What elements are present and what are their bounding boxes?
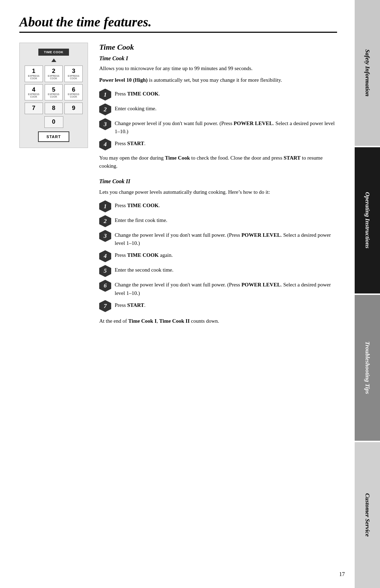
- tab-troubleshooting-label: Troubleshooting Tips: [364, 341, 371, 394]
- key-2-label: EXPRESS COOK: [46, 75, 62, 80]
- step-1-1: 1 Press TIME COOK.: [99, 88, 337, 101]
- time-cook-button[interactable]: TIME COOK: [38, 49, 69, 56]
- tab-safety-information[interactable]: Safety Information: [355, 0, 380, 146]
- step-2-6: 6 Change the power level if you don't wa…: [99, 279, 337, 297]
- tab-customer-label: Customer Service: [364, 493, 371, 537]
- key-6[interactable]: 6 EXPRESS COOK: [64, 84, 83, 101]
- step-num-2-5: 5: [99, 265, 111, 277]
- step-2-5: 5 Enter the second cook time.: [99, 264, 337, 277]
- step-num-1-1: 1: [99, 89, 111, 101]
- arrow-up-icon: [51, 58, 56, 62]
- step-1-2: 2 Enter cooking time.: [99, 103, 337, 116]
- text-column: Time Cook Time Cook I Allows you to micr…: [99, 43, 337, 329]
- step-1-1-bold: TIME COOK: [127, 91, 159, 97]
- intro-para-3: Lets you change power levels automatical…: [99, 188, 337, 196]
- step-text-2-2: Enter the first cook time.: [115, 215, 167, 224]
- start-button[interactable]: START: [38, 131, 69, 142]
- step-1-4: 4 Press START.: [99, 138, 337, 150]
- step-text-1-1: Press TIME COOK.: [115, 88, 160, 98]
- para-after-steps1: You may open the door during Time Cook t…: [99, 154, 337, 171]
- step-2-4-bold: TIME COOK: [127, 252, 159, 258]
- step-text-2-6: Change the power level if you don't want…: [115, 279, 337, 297]
- step-2-1: 1 Press TIME COOK.: [99, 200, 337, 212]
- key-8[interactable]: 8: [45, 103, 63, 114]
- step-2-6-bold: POWER LEVEL: [241, 282, 280, 287]
- step-2-3: 3 Change the power level if you don't wa…: [99, 229, 337, 248]
- key-1[interactable]: 1 EXPRESS COOK: [25, 66, 43, 82]
- tab-operating-label: Operating Instructions: [364, 192, 371, 248]
- time-cook-bold-1: Time Cook: [165, 155, 190, 161]
- key-1-label: EXPRESS COOK: [26, 75, 42, 80]
- key-0[interactable]: 0: [44, 116, 63, 128]
- step-num-2-7: 7: [99, 300, 111, 312]
- tab-safety-label: Safety Information: [364, 49, 371, 97]
- step-text-1-3: Change power level if you don't want ful…: [115, 118, 337, 136]
- intro-para-1: Allows you to microwave for any time up …: [99, 64, 337, 73]
- section1-title: Time Cook: [99, 43, 337, 52]
- key-8-num: 8: [52, 105, 55, 112]
- step-num-2-4: 4: [99, 250, 111, 262]
- step-text-2-3: Change the power level if you don't want…: [115, 229, 337, 248]
- closing-para: At the end of Time Cook I, Time Cook II …: [99, 317, 337, 325]
- sub1-title: Time Cook I: [99, 55, 337, 62]
- page-number: 17: [339, 571, 345, 577]
- tab-troubleshooting-tips[interactable]: Troubleshooting Tips: [355, 295, 380, 441]
- main-content: About the time features. TIME COOK 1 EXP…: [0, 0, 355, 343]
- key-6-label: EXPRESS COOK: [65, 93, 82, 98]
- step-num-1-2: 2: [99, 104, 111, 116]
- key-5[interactable]: 5 EXPRESS COOK: [45, 84, 63, 101]
- key-9[interactable]: 9: [64, 103, 83, 114]
- key-5-num: 5: [52, 87, 55, 93]
- step-2-7-bold: START: [127, 302, 144, 308]
- step-text-2-7: Press START.: [115, 299, 146, 309]
- step-text-2-4: Press TIME COOK again.: [115, 249, 173, 259]
- step-num-2-6: 6: [99, 280, 111, 292]
- page-title: About the time features.: [19, 14, 337, 30]
- steps-list-1: 1 Press TIME COOK. 2 Enter cooking time.…: [99, 88, 337, 151]
- step-num-2-2: 2: [99, 215, 111, 227]
- step-num-2-1: 1: [99, 200, 111, 212]
- step-1-4-bold: START: [127, 141, 144, 146]
- step-num-2-3: 3: [99, 230, 111, 242]
- key-7-num: 7: [32, 105, 35, 112]
- sub2-title: Time Cook II: [99, 178, 337, 185]
- key-2[interactable]: 2 EXPRESS COOK: [45, 66, 63, 82]
- intro2-bold: Power level 10 (High): [99, 77, 148, 83]
- key-0-num: 0: [52, 119, 55, 125]
- key-3-label: EXPRESS COOK: [65, 75, 82, 80]
- key-7[interactable]: 7: [25, 103, 43, 114]
- key-6-num: 6: [72, 87, 75, 93]
- closing-bold1: Time Cook I: [128, 318, 157, 324]
- step-1-3-bold: POWER LEVEL: [234, 120, 273, 126]
- two-column-layout: TIME COOK 1 EXPRESS COOK 2 EXPRESS COOK …: [19, 43, 337, 329]
- step-2-4: 4 Press TIME COOK again.: [99, 249, 337, 262]
- tab-operating-instructions[interactable]: Operating Instructions: [355, 147, 380, 293]
- start-bold-1: START: [284, 155, 300, 161]
- step-text-1-4: Press START.: [115, 138, 146, 148]
- key-4-num: 4: [32, 87, 35, 93]
- step-2-7: 7 Press START.: [99, 299, 337, 312]
- key-9-num: 9: [72, 105, 75, 112]
- key-3[interactable]: 3 EXPRESS COOK: [64, 66, 83, 82]
- step-num-1-4: 4: [99, 138, 111, 150]
- step-text-2-1: Press TIME COOK.: [115, 200, 160, 210]
- step-text-2-5: Enter the second cook time.: [115, 264, 173, 274]
- keypad-row-2: 4 EXPRESS COOK 5 EXPRESS COOK 6 EXPRESS …: [25, 84, 83, 101]
- key-5-label: EXPRESS COOK: [46, 93, 62, 98]
- keypad-row-0: 0: [25, 116, 83, 128]
- side-tabs: Safety Information Operating Instruction…: [355, 0, 380, 588]
- step-2-2: 2 Enter the first cook time.: [99, 215, 337, 227]
- key-4[interactable]: 4 EXPRESS COOK: [25, 84, 43, 101]
- key-4-label: EXPRESS COOK: [26, 93, 42, 98]
- key-2-num: 2: [52, 68, 55, 75]
- step-text-1-2: Enter cooking time.: [115, 103, 157, 113]
- keypad-row-1: 1 EXPRESS COOK 2 EXPRESS COOK 3 EXPRESS …: [25, 66, 83, 82]
- tab-customer-service[interactable]: Customer Service: [355, 442, 380, 588]
- key-3-num: 3: [72, 68, 75, 75]
- closing-bold2: Time Cook II: [159, 318, 190, 324]
- step-2-3-bold: POWER LEVEL: [241, 232, 280, 238]
- intro2-rest: is automatically set, but you may change…: [148, 77, 282, 83]
- intro-para-2: Power level 10 (High) is automatically s…: [99, 76, 337, 84]
- step-2-1-bold: TIME COOK: [127, 203, 159, 208]
- key-1-num: 1: [32, 68, 35, 75]
